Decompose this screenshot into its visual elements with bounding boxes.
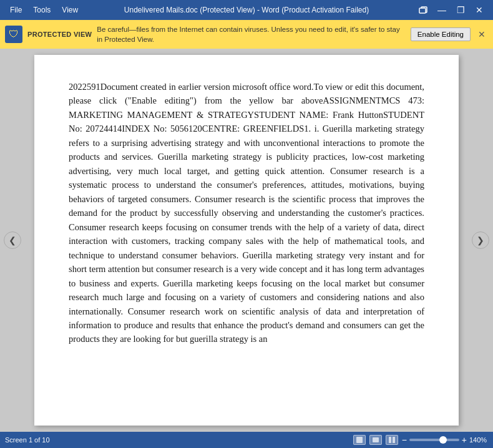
document-page: 2022591Document created in earlier versi… (34, 55, 459, 426)
zoom-minus-button[interactable]: − (402, 436, 407, 444)
status-right: − + 140% (353, 435, 488, 445)
menu-tools[interactable]: Tools (28, 3, 56, 17)
svg-rect-0 (419, 8, 426, 13)
document-content: 2022591Document created in earlier versi… (69, 80, 424, 346)
view-mode-read[interactable] (386, 435, 398, 445)
close-bar-button[interactable]: ✕ (476, 28, 488, 41)
zoom-thumb[interactable] (439, 436, 447, 444)
page-info: Screen 1 of 10 (5, 436, 50, 444)
window-controls: — ❐ ✕ (414, 3, 488, 17)
protected-shield-icon: 🛡 (5, 26, 22, 43)
protected-label-block: PROTECTED VIEW (27, 31, 92, 38)
restore-button[interactable]: ❐ (452, 3, 469, 17)
enable-editing-button[interactable]: Enable Editing (411, 27, 471, 41)
menu-bar: File Tools View (5, 3, 83, 17)
zoom-plus-button[interactable]: + (462, 436, 467, 444)
view-mode-print[interactable] (353, 435, 366, 445)
resize-icon-btn[interactable] (414, 3, 432, 17)
zoom-value-label: 140% (469, 436, 488, 444)
view-mode-web[interactable] (369, 435, 382, 445)
menu-file[interactable]: File (5, 3, 27, 17)
menu-view[interactable]: View (57, 3, 83, 17)
doc-container: 2022591Document created in earlier versi… (0, 49, 493, 432)
zoom-controls: − + 140% (402, 436, 488, 444)
title-bar-left: File Tools View (5, 3, 83, 17)
window-title: Undelivered Mails.doc (Protected View) -… (124, 6, 369, 14)
protected-view-label: PROTECTED VIEW (27, 31, 92, 38)
nav-left-arrow[interactable]: ❮ (4, 231, 21, 249)
zoom-slider[interactable] (409, 439, 459, 441)
status-bar: Screen 1 of 10 − + 140% (0, 432, 493, 448)
nav-right-arrow[interactable]: ❯ (472, 231, 489, 249)
svg-rect-3 (389, 437, 391, 443)
title-bar: File Tools View Undelivered Mails.doc (P… (0, 0, 493, 20)
svg-rect-4 (393, 437, 395, 443)
protected-view-bar: 🛡 PROTECTED VIEW Be careful—files from t… (0, 20, 493, 49)
main-area: ❮ 2022591Document created in earlier ver… (0, 49, 493, 432)
svg-rect-2 (373, 437, 379, 442)
close-button[interactable]: ✕ (471, 3, 488, 17)
minimize-button[interactable]: — (433, 3, 451, 17)
svg-rect-1 (356, 437, 363, 443)
protected-message: Be careful—files from the Internet can c… (97, 24, 406, 44)
